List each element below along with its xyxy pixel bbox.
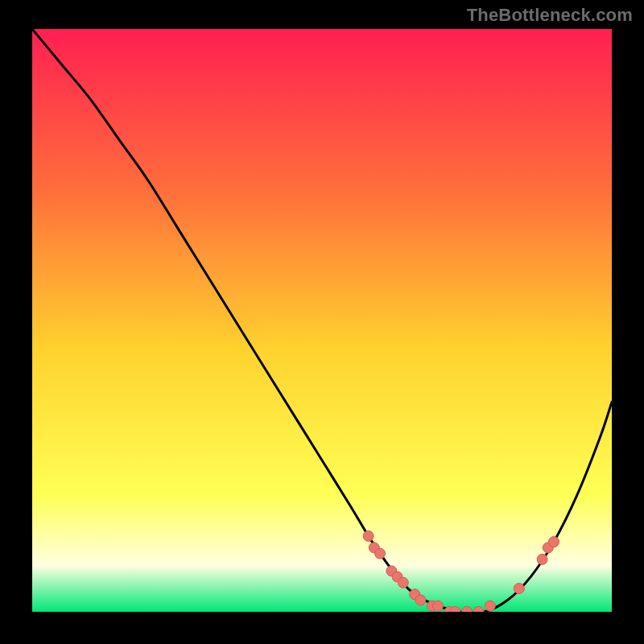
chart-frame: TheBottleneck.com [0,0,644,644]
data-marker [485,601,495,611]
gradient-background [32,29,612,612]
data-marker [433,601,444,611]
chart-svg [32,29,612,612]
data-marker [514,584,524,594]
data-marker [363,530,374,541]
data-marker [398,577,408,588]
data-marker [537,554,547,564]
watermark-text: TheBottleneck.com [467,5,633,26]
data-marker [549,537,559,547]
data-marker [415,595,426,605]
plot-area [32,29,612,612]
data-marker [375,548,386,559]
